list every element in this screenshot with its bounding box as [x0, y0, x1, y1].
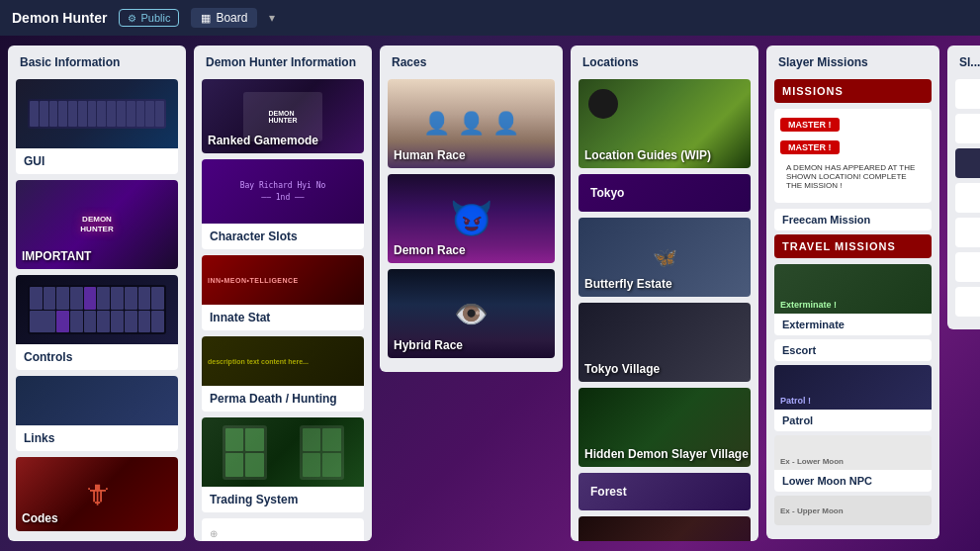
card-exterminate-banner: Exterminate !: [774, 264, 932, 314]
card-forest[interactable]: Forest: [579, 473, 751, 510]
board: Basic Information GUI DEMONHUNTER: [0, 36, 980, 551]
partial-card-3: [955, 148, 980, 178]
card-ranked-gamemode[interactable]: DEMONHUNTER Ranked Gamemode: [202, 79, 364, 153]
card-controls-label: Controls: [16, 344, 178, 370]
missions-header-text: MISSIONS: [782, 85, 924, 97]
public-badge[interactable]: ⚙ Public: [119, 9, 179, 27]
app-title: Demon Hunter: [12, 10, 107, 26]
card-human-race-label: Human Race: [394, 148, 466, 162]
card-lower-moon-banner: Ex - Lower Moon: [774, 435, 932, 470]
topbar: Demon Hunter ⚙ Public ▦ Board ▾: [0, 0, 980, 36]
card-demon-race-label: Demon Race: [394, 243, 466, 257]
card-char-slots-label: Character Slots: [202, 224, 364, 249]
card-gui-label: GUI: [16, 148, 178, 174]
card-trading-system[interactable]: Trading System: [202, 417, 364, 512]
card-exterminate[interactable]: Exterminate: [774, 314, 932, 335]
card-master-mission[interactable]: MASTER ! MASTER ! A DEMON HAS APPEARED A…: [774, 109, 932, 203]
patrol-banner-text: Patrol !: [780, 396, 811, 406]
card-patrol[interactable]: Patrol: [774, 410, 932, 431]
master-badge-1: MASTER !: [780, 118, 840, 132]
public-icon: ⚙: [128, 13, 136, 24]
card-important-label: IMPORTANT: [22, 249, 91, 263]
card-perma-death[interactable]: description text content here... Perma D…: [202, 336, 364, 412]
card-links[interactable]: Links: [16, 376, 178, 451]
column-title-demon-hunter: Demon Hunter Information: [202, 53, 364, 71]
column-title-locations: Locations: [579, 53, 751, 71]
card-human-race[interactable]: 👤 👤 👤 Human Race: [388, 79, 555, 168]
master-badge-2: MASTER !: [780, 140, 840, 154]
chevron-down-icon[interactable]: ▾: [269, 11, 275, 25]
board-tab[interactable]: ▦ Board: [191, 8, 257, 28]
card-codes-label: Codes: [22, 511, 58, 525]
column-slayer-missions: Slayer Missions MISSIONS MASTER ! MASTER…: [766, 46, 939, 539]
travel-missions-header: TRAVEL MISSIONS: [774, 234, 932, 258]
card-innate-stat-label: Innate Stat: [202, 305, 364, 330]
card-innate-stat[interactable]: INN•MEON•TELLIGENCE Innate Stat: [202, 255, 364, 330]
partial-card-5: [955, 218, 980, 247]
card-lower-moon[interactable]: Lower Moon NPC: [774, 470, 932, 492]
card-tokyo-label: Tokyo: [590, 186, 624, 200]
card-butterfly-estate[interactable]: 🦋 Butterfly Estate: [579, 218, 751, 297]
column-races: Races 👤 👤 👤 Human Race 😈 Demon Race: [380, 46, 563, 372]
demon-appeared-desc: A DEMON HAS APPEARED AT THE SHOWN LOCATI…: [780, 159, 926, 194]
card-butterfly-label: Butterfly Estate: [584, 277, 672, 291]
card-demon-race[interactable]: 😈 Demon Race: [388, 174, 555, 263]
column-title-slayer-missions: Slayer Missions: [774, 53, 932, 71]
card-upper-moon-banner: Ex - Upper Moon: [774, 496, 932, 525]
card-final-selection[interactable]: Final Selection: [579, 516, 751, 541]
card-location-guide[interactable]: Location Guides (WIP): [579, 79, 751, 168]
board-icon: ▦: [201, 12, 211, 25]
column-partial: Sl...: [947, 46, 980, 329]
missions-header: MISSIONS: [774, 79, 932, 103]
card-links-label: Links: [16, 425, 178, 451]
column-locations: Locations Location Guides (WIP) Tokyo 🦋: [571, 46, 758, 541]
card-escort[interactable]: Escort: [774, 339, 932, 361]
card-gui[interactable]: GUI: [16, 79, 178, 174]
card-extra[interactable]: ⊕: [202, 518, 364, 541]
card-freecam[interactable]: Freecam Mission: [774, 209, 932, 230]
card-hidden-demon[interactable]: Hidden Demon Slayer Village: [579, 388, 751, 467]
card-hybrid-race-label: Hybrid Race: [394, 338, 463, 352]
card-hybrid-race[interactable]: 👁️ Hybrid Race: [388, 269, 555, 358]
partial-card-6: [955, 252, 980, 282]
card-hidden-demon-label: Hidden Demon Slayer Village: [584, 447, 749, 461]
partial-card-4: [955, 183, 980, 213]
card-trading-label: Trading System: [202, 487, 364, 512]
column-title-partial: Sl...: [955, 53, 980, 71]
card-tokyo-village-label: Tokyo Village: [584, 362, 660, 376]
card-location-guide-label: Location Guides (WIP): [584, 148, 711, 162]
card-perma-death-label: Perma Death / Hunting: [202, 386, 364, 412]
card-controls[interactable]: Controls: [16, 275, 178, 370]
card-ranked-label: Ranked Gamemode: [208, 134, 318, 147]
upper-moon-banner-text: Ex - Upper Moon: [780, 506, 844, 515]
exterminate-banner-text: Exterminate !: [780, 300, 837, 310]
partial-card-1: [955, 79, 980, 109]
board-label: Board: [216, 11, 247, 25]
card-char-slots[interactable]: Bay Richard Hyi No—— 1nd —— Character Sl…: [202, 159, 364, 249]
column-demon-hunter-info: Demon Hunter Information DEMONHUNTER Ran…: [194, 46, 372, 541]
public-label: Public: [140, 12, 170, 24]
partial-card-7: [955, 287, 980, 317]
card-codes[interactable]: 🗡 Codes: [16, 457, 178, 531]
column-title-basic-info: Basic Information: [16, 53, 178, 71]
column-title-races: Races: [388, 53, 555, 71]
column-basic-info: Basic Information GUI DEMONHUNTER: [8, 46, 186, 541]
lower-moon-banner-text: Ex - Lower Moon: [780, 457, 844, 466]
card-tokyo-village[interactable]: Tokyo Village: [579, 303, 751, 382]
card-patrol-banner: Patrol !: [774, 365, 932, 410]
partial-card-2: [955, 114, 980, 143]
travel-missions-text: TRAVEL MISSIONS: [782, 240, 924, 252]
card-forest-label: Forest: [590, 485, 627, 499]
card-important[interactable]: DEMONHUNTER IMPORTANT: [16, 180, 178, 269]
card-tokyo[interactable]: Tokyo: [579, 174, 751, 212]
